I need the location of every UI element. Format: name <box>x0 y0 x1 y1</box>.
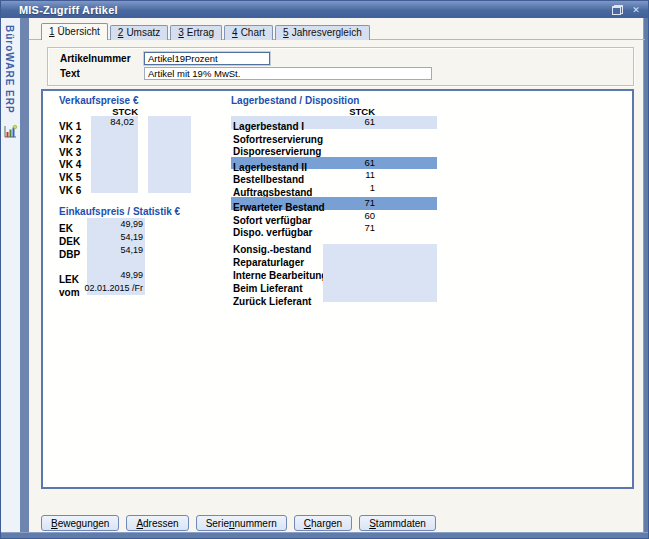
section-lagerbestand: Lagerbestand / Disposition STCK Lagerbes… <box>231 95 437 106</box>
artikelnummer-input[interactable] <box>144 52 270 65</box>
tab-ertrag[interactable]: 3Ertrag <box>170 25 222 40</box>
sidebar-divider <box>20 18 29 532</box>
table-row: VK 6 <box>59 180 199 193</box>
sonderbestand-value-box <box>323 244 437 302</box>
app-window: MIS-Zugriff Artikel ✕ BüroWARE ERP 1Über… <box>0 0 649 539</box>
close-icon[interactable]: ✕ <box>629 3 643 17</box>
table-row: DBP54,19 <box>59 244 199 257</box>
table-row: EK49,99 <box>59 218 199 231</box>
table-row: Lagerbestand II61 <box>231 157 437 170</box>
table-row: DEK54,19 <box>59 231 199 244</box>
section-sonderbestaende: Konsig.-bestand Reparaturlager Interne B… <box>231 243 437 308</box>
table-row: VK 184,02 <box>59 116 199 129</box>
article-header-box: Artikelnummer Text <box>47 47 634 86</box>
window-title: MIS-Zugriff Artikel <box>19 4 118 16</box>
title-bar: MIS-Zugriff Artikel ✕ <box>1 1 648 18</box>
lagerbestand-title: Lagerbestand / Disposition <box>231 95 437 106</box>
einkaufspreis-title: Einkaufspreis / Statistik € <box>59 206 199 217</box>
table-row: Dispo. verfügbar71 <box>231 222 437 235</box>
table-row: VK 2 <box>59 129 199 142</box>
section-einkaufspreis: Einkaufspreis / Statistik € EK49,99 DEK5… <box>59 206 199 217</box>
bottom-button-bar: Bewegungen Adressen Seriennummern Charge… <box>41 515 436 531</box>
section-verkaufspreise: Verkaufspreise € STCK VK 184,02 VK 2 VK … <box>59 95 199 106</box>
table-row <box>59 256 199 269</box>
window-frame-right <box>643 18 648 532</box>
table-row: VK 3 <box>59 142 199 155</box>
chargen-button[interactable]: Chargen <box>294 515 352 531</box>
table-row: Bestellbestand11 <box>231 169 437 182</box>
table-row: VK 5 <box>59 167 199 180</box>
seriennummern-button[interactable]: Seriennummern <box>196 515 287 531</box>
overview-panel: Verkaufspreise € STCK VK 184,02 VK 2 VK … <box>41 89 634 489</box>
tab-bar: 1Übersicht 2Umsatz 3Ertrag 4Chart 5Jahre… <box>41 23 372 40</box>
window-controls: ✕ <box>610 2 643 17</box>
table-row: Disporeservierung <box>231 141 437 154</box>
restore-icon[interactable] <box>610 3 624 17</box>
table-row: LEK49,99 <box>59 269 199 282</box>
table-row: Erwarteter Bestand71 <box>231 197 437 210</box>
verkaufspreise-title: Verkaufspreise € <box>59 95 199 106</box>
table-row: VK 4 <box>59 154 199 167</box>
text-input[interactable] <box>144 67 432 80</box>
table-row: vom02.01.2015 /Fr <box>59 282 199 295</box>
window-frame-bottom <box>1 532 648 538</box>
sidebar: BüroWARE ERP <box>1 18 20 532</box>
tab-uebersicht[interactable]: 1Übersicht <box>41 23 108 40</box>
adressen-button[interactable]: Adressen <box>126 515 188 531</box>
artikelnummer-label: Artikelnummer <box>60 53 131 64</box>
tab-jahresvergleich[interactable]: 5Jahresvergleich <box>275 25 370 40</box>
stammdaten-button[interactable]: Stammdaten <box>359 515 436 531</box>
bewegungen-button[interactable]: Bewegungen <box>41 515 119 531</box>
table-row: Auftragsbestand1 <box>231 182 437 195</box>
brand-vertical-text: BüroWARE ERP <box>4 25 15 114</box>
tab-chart[interactable]: 4Chart <box>224 25 273 40</box>
tab-umsatz[interactable]: 2Umsatz <box>110 25 168 40</box>
table-row: Lagerbestand I61 <box>231 116 437 129</box>
chart-icon[interactable] <box>3 124 18 139</box>
table-row: Sofortreservierung <box>231 129 437 142</box>
text-label: Text <box>60 68 80 79</box>
table-row: Sofort verfügbar60 <box>231 210 437 223</box>
